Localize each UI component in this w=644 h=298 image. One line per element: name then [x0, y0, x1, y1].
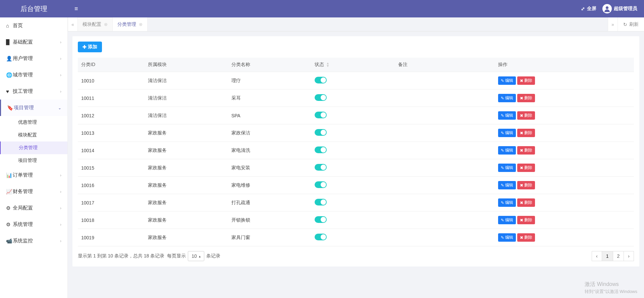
column-label: 分类ID — [81, 62, 95, 67]
table-row: 10018家政服务开锁换锁✎编辑✖删除 — [78, 212, 634, 229]
add-button[interactable]: ✚ 添加 — [78, 42, 102, 52]
tab-分类管理[interactable]: 分类管理⊗ — [113, 17, 148, 31]
user-menu[interactable]: 超级管理员 — [602, 4, 637, 13]
brand-title: 后台管理 — [0, 4, 68, 13]
delete-button[interactable]: ✖删除 — [517, 181, 535, 189]
sidebar-item-城市管理[interactable]: 🌐城市管理› — [0, 67, 67, 83]
cell-remark — [395, 212, 495, 229]
perpage-select[interactable]: 10 ▴ — [188, 251, 204, 261]
sidebar-item-系统管理[interactable]: ⚙系统管理› — [0, 216, 67, 233]
sidebar-item-label: 全局配置 — [13, 205, 33, 211]
cell-name: SPA — [228, 107, 312, 124]
tabs-scroll-left[interactable]: « — [68, 17, 78, 31]
times-icon: ✖ — [520, 78, 523, 83]
edit-button[interactable]: ✎编辑 — [498, 181, 516, 189]
close-icon[interactable]: ⊗ — [104, 22, 108, 27]
close-icon[interactable]: ⊗ — [139, 22, 143, 27]
gear-icon: ⚙ — [6, 222, 13, 228]
sidebar: ⌂首页▉基础配置›👤用户管理›🌐城市管理›♥技工管理›🔖项目管理⌄优惠管理模块配… — [0, 0, 68, 298]
delete-button[interactable]: ✖删除 — [517, 233, 535, 242]
sidebar-item-订单管理[interactable]: 📊订单管理› — [0, 167, 67, 183]
status-toggle[interactable] — [315, 234, 327, 240]
delete-button[interactable]: ✖删除 — [517, 76, 535, 85]
status-toggle[interactable] — [315, 164, 327, 171]
sidebar-sub-模块配置[interactable]: 模块配置 — [0, 129, 67, 141]
sidebar-item-基础配置[interactable]: ▉基础配置› — [0, 34, 67, 50]
delete-button[interactable]: ✖删除 — [517, 146, 535, 155]
cell-module: 家政服务 — [145, 142, 228, 159]
page-›[interactable]: › — [624, 251, 634, 261]
delete-button[interactable]: ✖删除 — [517, 94, 535, 102]
sidebar-item-label: 系统监控 — [13, 238, 33, 244]
edit-button[interactable]: ✎编辑 — [498, 216, 516, 224]
page-‹[interactable]: ‹ — [592, 251, 602, 261]
column-header: 分类名称 — [228, 58, 312, 72]
status-toggle[interactable] — [315, 146, 327, 153]
edit-button[interactable]: ✎编辑 — [498, 198, 516, 207]
page-2[interactable]: 2 — [613, 251, 624, 261]
sidebar-item-技工管理[interactable]: ♥技工管理› — [0, 83, 67, 100]
plus-icon: ✚ — [83, 44, 87, 50]
bars-icon: ≡ — [74, 5, 78, 12]
edit-button[interactable]: ✎编辑 — [498, 94, 516, 102]
sidebar-sub-优惠管理[interactable]: 优惠管理 — [0, 116, 67, 129]
delete-button[interactable]: ✖删除 — [517, 216, 535, 224]
status-toggle[interactable] — [315, 77, 327, 83]
cell-module: 家政服务 — [145, 124, 228, 142]
delete-button[interactable]: ✖删除 — [517, 164, 535, 172]
edit-button[interactable]: ✎编辑 — [498, 164, 516, 172]
sidebar-item-系统监控[interactable]: 📹系统监控› — [0, 233, 67, 249]
sidebar-item-首页[interactable]: ⌂首页 — [0, 17, 67, 34]
delete-button[interactable]: ✖删除 — [517, 111, 535, 120]
column-label: 状态 — [315, 62, 324, 67]
column-header: 操作 — [495, 58, 634, 72]
status-toggle[interactable] — [315, 199, 327, 205]
content: ✚ 添加 分类ID所属模块分类名称状态▲▼备注操作 10010清洁保洁理疗✎编辑… — [68, 32, 644, 298]
cell-status — [311, 142, 395, 159]
column-header[interactable]: 状态▲▼ — [311, 58, 395, 72]
cell-status — [311, 159, 395, 177]
fullscreen-button[interactable]: ⤢ 全屏 — [581, 6, 596, 12]
cell-remark — [395, 72, 495, 90]
delete-button[interactable]: ✖删除 — [517, 129, 535, 137]
status-toggle[interactable] — [315, 112, 327, 118]
times-icon: ✖ — [520, 166, 523, 170]
chevron-right-icon: › — [60, 40, 61, 45]
status-toggle[interactable] — [315, 181, 327, 188]
sidebar-sub-项目管理[interactable]: 项目管理 — [0, 154, 67, 167]
edit-button[interactable]: ✎编辑 — [498, 111, 516, 120]
sidebar-item-财务管理[interactable]: 📈财务管理› — [0, 183, 67, 200]
table-body: 10010清洁保洁理疗✎编辑✖删除10011清洁保洁采耳✎编辑✖删除10012清… — [78, 72, 634, 246]
sidebar-item-label: 首页 — [13, 22, 23, 29]
cell-name: 家电维修 — [228, 177, 312, 194]
page-1[interactable]: 1 — [602, 251, 613, 261]
cell-actions: ✎编辑✖删除 — [495, 159, 634, 177]
cell-remark — [395, 194, 495, 212]
chevron-right-icon: › — [60, 189, 61, 194]
edit-icon: ✎ — [501, 235, 504, 240]
tabs-scroll-right[interactable]: » — [608, 17, 618, 31]
cell-id: 10010 — [78, 72, 145, 90]
hamburger-button[interactable]: ≡ — [68, 5, 85, 12]
edit-button[interactable]: ✎编辑 — [498, 233, 516, 242]
cell-status — [311, 107, 395, 124]
edit-icon: ✎ — [501, 96, 504, 101]
tab-模块配置[interactable]: 模块配置⊗ — [78, 17, 113, 31]
status-toggle[interactable] — [315, 216, 327, 223]
status-toggle[interactable] — [315, 129, 327, 136]
status-toggle[interactable] — [315, 94, 327, 101]
sidebar-sub-分类管理[interactable]: 分类管理 — [0, 141, 67, 154]
refresh-button[interactable]: ↻ 刷新 — [618, 17, 644, 31]
sidebar-item-项目管理[interactable]: 🔖项目管理⌄ — [0, 100, 67, 116]
cell-id: 10013 — [78, 124, 145, 142]
cell-actions: ✎编辑✖删除 — [495, 72, 634, 90]
edit-button[interactable]: ✎编辑 — [498, 129, 516, 137]
edit-button[interactable]: ✎编辑 — [498, 146, 516, 155]
delete-button[interactable]: ✖删除 — [517, 198, 535, 207]
sidebar-item-全局配置[interactable]: ⚙全局配置› — [0, 200, 67, 216]
globe-icon: 🌐 — [6, 72, 13, 78]
refresh-icon: ↻ — [623, 22, 627, 27]
times-icon: ✖ — [520, 200, 523, 205]
sidebar-item-用户管理[interactable]: 👤用户管理› — [0, 50, 67, 67]
edit-button[interactable]: ✎编辑 — [498, 76, 516, 85]
